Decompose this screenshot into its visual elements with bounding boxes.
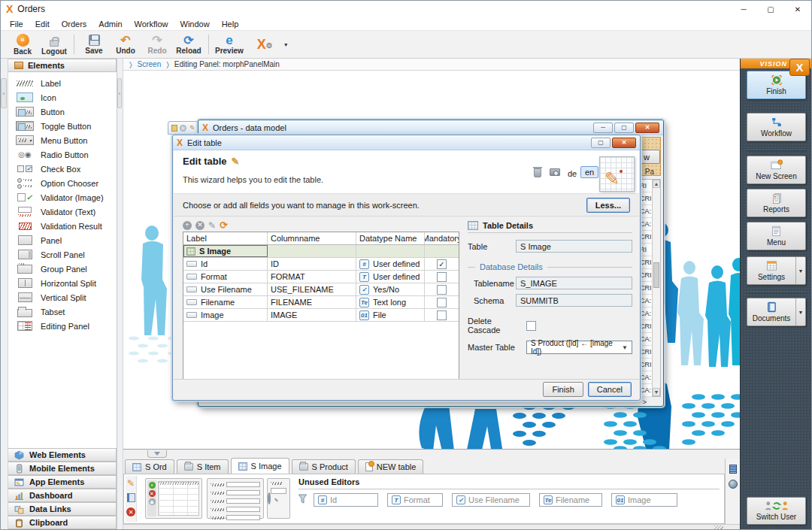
table-row[interactable]: Image IMAGE 01File <box>183 309 459 322</box>
edit-table-titlebar[interactable]: X Edit table ▢ ✕ <box>173 135 640 150</box>
close-button[interactable]: ✕ <box>612 138 636 148</box>
switch-user-button[interactable]: Switch User <box>747 497 806 525</box>
scrollbar-thumb[interactable] <box>653 262 659 288</box>
palette-item-label[interactable]: Label <box>8 76 117 90</box>
table-row[interactable]: Id ID #User defined <box>183 258 459 271</box>
menu-help[interactable]: Help <box>216 18 245 30</box>
logout-button[interactable]: Logout <box>38 31 70 58</box>
table-name-field[interactable]: S Image <box>516 240 632 253</box>
remove-row-icon[interactable]: ✕ <box>195 221 205 230</box>
less-button[interactable]: Less... <box>586 198 630 213</box>
list-item[interactable]: CRI <box>639 256 652 269</box>
settings-dropdown-icon[interactable]: ▼ <box>795 257 805 284</box>
schema-field[interactable]: SUMMITB <box>516 294 632 307</box>
list-item[interactable]: CA: <box>639 333 652 346</box>
list-item[interactable]: CRI <box>639 320 652 333</box>
menu-orders[interactable]: Orders <box>56 18 93 30</box>
notebook-icon[interactable] <box>127 493 135 502</box>
mandatory-checkbox[interactable] <box>437 285 447 295</box>
list-item[interactable]: CRI <box>639 282 652 295</box>
palette-item-tabset[interactable]: Tabset <box>8 304 117 319</box>
palette-item-validator-text[interactable]: Validator (Text) <box>8 204 117 219</box>
tab-s-product[interactable]: S Product <box>292 459 356 474</box>
data-model-titlebar[interactable]: X Orders - data model ─ ▢ ✕ <box>198 120 663 135</box>
palette-item-option-chooser[interactable]: Option Chooser <box>8 176 117 190</box>
minimize-button[interactable]: ─ <box>730 1 757 17</box>
edit-pencil-icon[interactable]: ✎ <box>127 479 135 488</box>
section-clipboard[interactable]: Clipboard <box>8 516 117 529</box>
palette-item-menu-button[interactable]: ▾Menu Button <box>8 133 117 147</box>
tablename-field[interactable]: S_IMAGE <box>516 277 632 289</box>
tab-s-item[interactable]: S Item <box>177 459 229 474</box>
reports-button[interactable]: Reports <box>747 189 806 217</box>
table-row[interactable]: Filename FILENAME TeText long <box>183 296 459 309</box>
palette-item-horizontal-split[interactable]: Horizontal Split <box>8 276 117 290</box>
delete-icon[interactable] <box>534 168 541 177</box>
menu-button[interactable]: Menu <box>747 222 806 250</box>
list-item[interactable]: CA: <box>639 205 652 218</box>
list-item[interactable]: CA: <box>639 218 652 231</box>
palette-item-scroll-panel[interactable]: Scroll Panel <box>8 247 117 262</box>
list-item[interactable]: CRI <box>639 231 652 244</box>
redo-button[interactable]: ↷ Redo <box>141 31 173 58</box>
preview-button[interactable]: e Preview <box>213 31 246 58</box>
workflow-button[interactable]: Workflow <box>747 113 806 141</box>
mini-table-widget[interactable]: + ✕ ◉ <box>145 478 202 519</box>
editor-chip-format[interactable]: TFormat <box>387 493 443 507</box>
list-item[interactable]: CRI <box>639 359 652 371</box>
add-row-icon[interactable]: + <box>183 221 192 230</box>
mandatory-checkbox[interactable] <box>437 272 447 282</box>
palette-item-toggle-button[interactable]: Toggle Button <box>8 119 117 133</box>
grid-panel-icon[interactable] <box>729 465 737 474</box>
visionx-logo-icon[interactable]: X <box>789 59 810 76</box>
filter-funnel-icon[interactable] <box>298 494 307 504</box>
editor-chip-use-filename[interactable]: ✓Use Filename <box>452 493 530 507</box>
table-row[interactable]: Format FORMAT TUser defined <box>183 271 459 283</box>
palette-item-panel[interactable]: Panel <box>8 233 117 247</box>
delete-table-icon[interactable]: ✕ <box>126 507 135 516</box>
palette-item-check-box[interactable]: ✓Check Box <box>8 162 117 176</box>
list-item[interactable]: RI <box>639 244 652 256</box>
mandatory-checkbox[interactable] <box>437 259 447 269</box>
table-row[interactable]: Use Filename USE_FILENAME ✓Yes/No <box>183 283 459 296</box>
mini-search-widget[interactable] <box>267 478 290 519</box>
refresh-icon[interactable]: ⟳ <box>220 220 228 231</box>
palette-item-validation-result[interactable]: Validation Result <box>8 219 117 233</box>
section-data-links[interactable]: Data Links <box>8 502 117 516</box>
breadcrumb-screen-link[interactable]: Screen <box>138 60 162 68</box>
tab-s-image[interactable]: S Image <box>231 458 289 474</box>
section-mobile-elements[interactable]: Mobile Elements <box>8 462 117 475</box>
close-button[interactable]: ✕ <box>784 1 811 17</box>
menu-workflow[interactable]: Workflow <box>129 18 174 30</box>
editor-chip-id[interactable]: #Id <box>314 493 378 507</box>
table-group-row[interactable]: S Image <box>183 245 459 258</box>
new-screen-button[interactable]: New Screen <box>747 156 806 184</box>
reload-button[interactable]: ⟳ Reload <box>173 31 205 58</box>
scroll-up-icon[interactable]: ▲ <box>653 180 660 188</box>
cancel-button[interactable]: Cancel <box>588 382 632 397</box>
section-app-elements[interactable]: App Elements <box>8 475 117 489</box>
finish-button[interactable]: Finish <box>543 382 583 397</box>
list-item[interactable]: CA: <box>639 384 652 397</box>
globe-icon[interactable] <box>729 480 738 489</box>
camera-icon[interactable] <box>550 168 560 176</box>
rail-collapse-handle[interactable]: ‹ <box>1 78 7 108</box>
menu-window[interactable]: Window <box>174 18 216 30</box>
collapse-panel-button[interactable] <box>147 450 167 458</box>
menu-admin[interactable]: Admin <box>92 18 128 30</box>
tab-new-table[interactable]: NEW table <box>358 459 424 474</box>
list-item[interactable]: CRI <box>639 269 652 282</box>
palette-item-editing-panel[interactable]: Editing Panel <box>8 319 117 333</box>
language-de-toggle[interactable]: de <box>568 169 577 178</box>
settings-button[interactable]: Settings ▼ <box>747 256 806 285</box>
list-item[interactable]: CA: <box>639 371 652 384</box>
menu-file[interactable]: File <box>4 18 29 30</box>
list-item[interactable]: CRI <box>639 346 652 359</box>
editor-chip-image[interactable]: 01Image <box>611 493 677 507</box>
palette-item-group-panel[interactable]: Group Panel <box>8 262 117 276</box>
mini-form-widget[interactable] <box>207 478 264 519</box>
mandatory-checkbox[interactable] <box>437 298 447 307</box>
list-item[interactable]: RI <box>639 180 652 192</box>
palette-header-elements[interactable]: Elements <box>8 59 117 72</box>
maximize-button[interactable]: ▢ <box>757 1 784 17</box>
